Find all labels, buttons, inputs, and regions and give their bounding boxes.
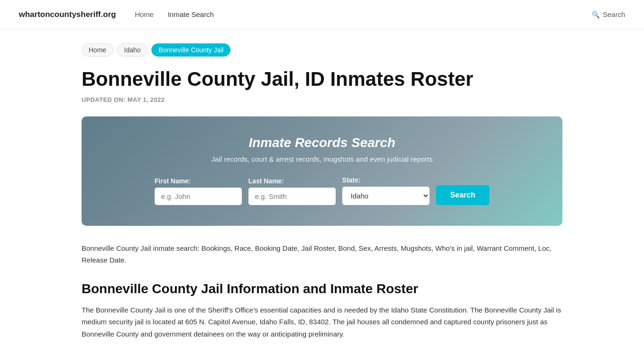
header: whartoncountysheriff.org Home Inmate Sea… [0,0,644,29]
last-name-input[interactable] [248,188,336,205]
last-name-label: Last Name: [248,177,284,185]
nav-home[interactable]: Home [135,10,154,18]
section-title: Bonneville County Jail Information and I… [82,281,562,296]
header-search-label: Search [603,10,625,18]
breadcrumb-bonneville[interactable]: Bonneville County Jail [151,43,231,57]
state-label: State: [342,176,361,184]
state-group: State: AlabamaAlaskaArizonaArkansasCalif… [342,176,429,205]
widget-subtitle: Jail records, court & arrest records, mu… [110,155,534,163]
page-title: Bonneville County Jail, ID Inmates Roste… [82,68,562,90]
site-title[interactable]: whartoncountysheriff.org [19,10,116,19]
inmate-search-form: First Name: Last Name: State: AlabamaAla… [110,176,534,205]
header-search[interactable]: 🔍 Search [592,10,625,18]
widget-title: Inmate Records Search [110,135,534,150]
body-text: Bonneville County Jail inmate search: Bo… [82,243,562,266]
nav-inmate-search[interactable]: Inmate Search [168,10,214,18]
search-button[interactable]: Search [436,185,489,205]
search-widget: Inmate Records Search Jail records, cour… [82,116,562,226]
main-nav: Home Inmate Search [135,10,214,18]
search-icon: 🔍 [592,11,600,18]
first-name-group: First Name: [155,177,242,205]
breadcrumb-home[interactable]: Home [82,43,113,57]
updated-on: UPDATED ON: MAY 1, 2022 [82,96,562,103]
breadcrumb-idaho[interactable]: Idaho [117,43,148,57]
breadcrumb: Home Idaho Bonneville County Jail [82,43,562,57]
main-content: Home Idaho Bonneville County Jail Bonnev… [63,29,581,362]
state-select[interactable]: AlabamaAlaskaArizonaArkansasCaliforniaCo… [342,187,429,205]
last-name-group: Last Name: [248,177,336,205]
first-name-input[interactable] [155,188,242,205]
section-body: The Bonneville County Jail is one of the… [82,304,562,340]
first-name-label: First Name: [155,177,191,185]
header-left: whartoncountysheriff.org Home Inmate Sea… [19,10,214,19]
